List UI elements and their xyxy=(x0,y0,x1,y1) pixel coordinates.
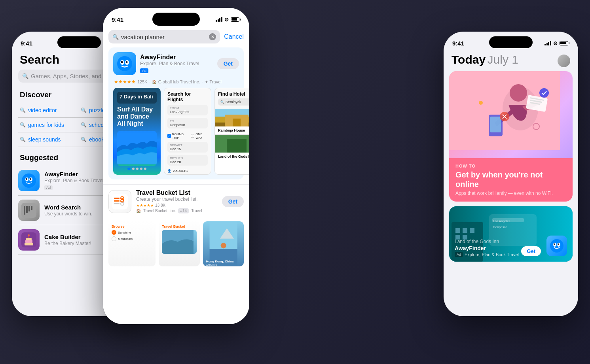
today-card-content: HOW TO Get by when you're not online App… xyxy=(449,158,573,202)
small-card-ad-badge: Ad xyxy=(455,252,463,257)
today-small-card[interactable]: Los Angeles Denpasar Land of the Gods In… xyxy=(449,206,573,262)
discover-item-video-editor[interactable]: 🔍 video editor xyxy=(18,103,79,118)
status-time-right: 9:41 xyxy=(452,40,464,47)
tb-item-sunshine: ✓ Sunshine xyxy=(112,230,152,235)
search-input-bar: 🔍 vacation planner ✕ Cancel xyxy=(103,28,249,47)
status-icons-center: ⊜ xyxy=(216,17,241,23)
hotel-image-gods xyxy=(215,135,249,153)
today-header: Today July 1 xyxy=(444,51,578,71)
discover-item-sleep-sounds[interactable]: 🔍 sleep sounds xyxy=(18,132,79,147)
today-main-card[interactable]: HOW TO Get by when you're not online App… xyxy=(449,71,573,202)
svg-point-3 xyxy=(26,178,27,180)
svg-point-52 xyxy=(479,101,483,105)
svg-rect-32 xyxy=(114,203,120,204)
from-field: FROM Los Angeles xyxy=(167,105,208,115)
flights-title: Search for Flights xyxy=(167,91,208,102)
svg-rect-11 xyxy=(25,243,33,245)
svg-rect-7 xyxy=(26,206,28,213)
svg-point-16 xyxy=(117,56,132,71)
bali-subtitle-text: Surf All Day and Dance All Night xyxy=(117,106,157,128)
tb-screenshot-3: Hong Kong, China Activities xyxy=(203,221,244,266)
bucket-list-desc: Create your travel bucket list. xyxy=(136,196,217,202)
developer-icon: 🏠 xyxy=(152,80,157,84)
star-icons: ★★★★★ xyxy=(114,79,136,85)
svg-rect-8 xyxy=(28,206,30,211)
svg-rect-31 xyxy=(114,200,120,202)
svg-text:Denpasar: Denpasar xyxy=(493,225,507,229)
svg-point-4 xyxy=(30,178,31,180)
dynamic-island-left xyxy=(57,36,101,48)
plane-icon: ✈ xyxy=(205,79,208,85)
ad-card-header: AwayFinder Explore, Plan & Book Travel A… xyxy=(113,52,239,75)
hotel-search: 🔍 Seminyak xyxy=(218,98,249,106)
today-card-title: Get by when you're not online xyxy=(455,170,566,189)
search-small-icon: 🔍 xyxy=(20,108,26,113)
svg-text:Los Angeles: Los Angeles xyxy=(493,219,510,223)
discover-label-3: games for kids xyxy=(28,122,64,128)
user-avatar[interactable] xyxy=(558,55,570,67)
dot-separator-2: · xyxy=(202,79,203,84)
awayfinder-icon-left xyxy=(18,170,40,191)
svg-rect-6 xyxy=(24,206,25,215)
discover-label-5: sleep sounds xyxy=(28,136,61,143)
svg-point-47 xyxy=(539,88,549,98)
today-title-group: Today July 1 xyxy=(452,53,518,66)
status-time-center: 9:41 xyxy=(112,16,123,23)
discover-item-games-for-kids[interactable]: 🔍 games for kids xyxy=(18,118,79,132)
wifi-icon-right: ⊜ xyxy=(553,40,558,46)
signal-icon-center xyxy=(216,17,222,22)
bali-days-text: 7 Days in Bali xyxy=(120,94,154,100)
rank-badge: #14 xyxy=(178,208,189,213)
bucket-list-get[interactable]: Get xyxy=(222,196,244,207)
search-small-icon-4: 🔍 xyxy=(81,122,87,128)
svg-point-19 xyxy=(121,61,123,63)
search-small-icon-3: 🔍 xyxy=(20,122,26,128)
svg-point-15 xyxy=(28,234,30,236)
hotel-top: Find a Hotel 🔍 Seminyak xyxy=(215,88,249,109)
bucket-list-info: Travel Bucket List Create your travel bu… xyxy=(136,189,217,213)
svg-rect-9 xyxy=(31,206,32,210)
ad-badge-center: Ad xyxy=(140,68,148,73)
hotel-name-gods: Land of the Gods Inn xyxy=(215,153,249,160)
svg-rect-14 xyxy=(28,236,29,238)
search-query: vacation planner xyxy=(121,34,207,40)
discover-label: video editor xyxy=(28,107,57,113)
review-count: 125K xyxy=(137,79,148,84)
battery-icon-center xyxy=(231,17,241,22)
hotel-name-kamboja: Kamboja House xyxy=(215,126,249,135)
cancel-button[interactable]: Cancel xyxy=(224,33,244,40)
today-card-subtitle: Apps that work brilliantly — even with n… xyxy=(455,190,566,196)
dynamic-island-right xyxy=(489,36,533,48)
search-small-icon-5: 🔍 xyxy=(20,137,26,142)
small-card-get-button[interactable]: Get xyxy=(521,246,541,256)
center-phone: 9:41 ⊜ 🔍 vacation planner ✕ Cancel xyxy=(103,8,249,324)
bucket-list-meta: 🏠 Travel Bucket, Inc. #14 Travel xyxy=(136,208,217,213)
ad-card: AwayFinder Explore, Plan & Book Travel A… xyxy=(108,47,244,179)
today-title: Today xyxy=(452,53,486,66)
awayfinder-get-center[interactable]: Get xyxy=(217,58,239,69)
bucket-developer: Travel Bucket, Inc. xyxy=(143,209,176,213)
return-field: RETURN Dec 28 xyxy=(167,155,208,166)
ad-stars: ★★★★★ 125K · 🏠 GlobalHub Travel Inc. · ✈… xyxy=(113,79,239,85)
ad-app-desc: Explore, Plan & Book Travel xyxy=(140,61,213,66)
wordsearch-icon-left xyxy=(18,200,40,221)
bucket-list-reviews: 13.8K xyxy=(155,203,165,207)
screenshot-hotel: Find a Hotel 🔍 Seminyak xyxy=(214,88,249,175)
how-to-label: HOW TO xyxy=(455,164,566,168)
clear-button[interactable]: ✕ xyxy=(209,33,216,40)
svg-rect-28 xyxy=(227,139,247,153)
dot-separator: · xyxy=(149,79,150,84)
ad-app-info: AwayFinder Explore, Plan & Book Travel A… xyxy=(140,54,213,74)
search-small-icon-2: 🔍 xyxy=(81,108,87,113)
svg-point-39 xyxy=(220,243,226,248)
bucket-list-icon xyxy=(108,190,131,213)
wifi-icon-center: ⊜ xyxy=(224,17,229,23)
small-card-location-text: Land of the Gods Inn xyxy=(455,239,499,244)
category-label: Travel xyxy=(210,79,222,84)
small-card-content: Land of the Gods Inn AwayFinder Ad Explo… xyxy=(449,234,573,262)
status-time-left: 9:41 xyxy=(21,40,32,47)
small-card-desc: Explore, Plan & Book Travel xyxy=(465,252,519,257)
search-field-center[interactable]: 🔍 vacation planner ✕ xyxy=(108,30,220,43)
right-phone: 9:41 ⊜ Today July 1 xyxy=(444,32,578,316)
cakebuilder-icon-left xyxy=(18,229,40,251)
